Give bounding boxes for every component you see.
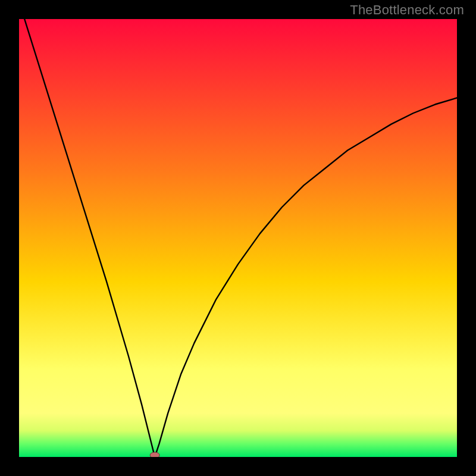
bottleneck-chart <box>19 19 457 457</box>
gradient-background <box>19 19 457 457</box>
minimum-marker <box>150 452 159 457</box>
plot-area <box>19 19 457 457</box>
watermark-text: TheBottleneck.com <box>350 2 464 18</box>
chart-stage: TheBottleneck.com <box>0 0 476 476</box>
